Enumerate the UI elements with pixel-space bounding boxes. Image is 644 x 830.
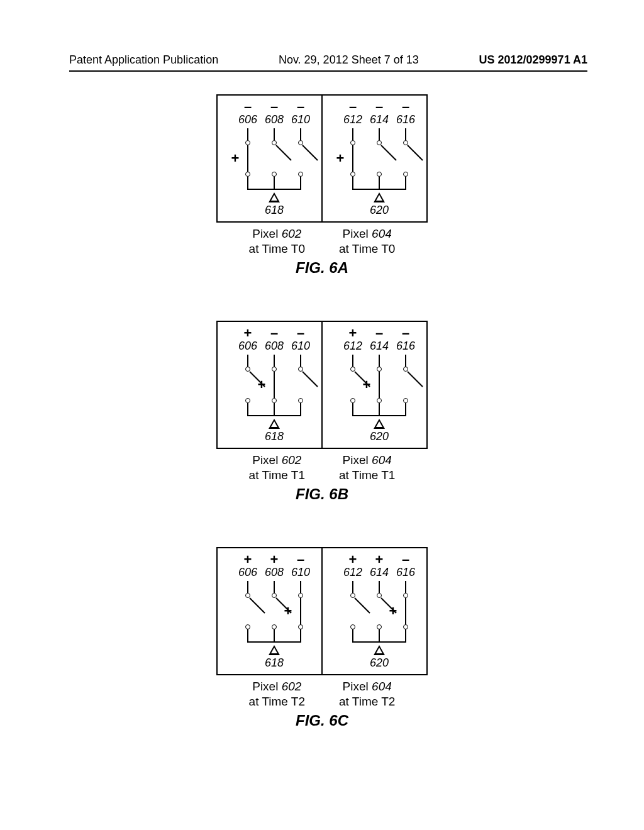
switch-terminal-bottom (377, 172, 382, 177)
caption-pixel-word: Pixel (343, 453, 369, 467)
switch-terminal-bottom (298, 172, 303, 177)
switch-arm-closed (405, 598, 406, 624)
driver-label: 620 (370, 204, 389, 217)
switch-bottom-lead (379, 403, 380, 415)
switch-lead (352, 581, 353, 593)
switch-bottom-lead (300, 629, 301, 641)
figure-label: FIG. 6A (296, 259, 348, 277)
switch-lead (379, 355, 380, 367)
common-plus-sign: + (336, 152, 345, 165)
driver-label: 620 (370, 656, 389, 670)
switch-lead (247, 128, 248, 140)
polarity-sign: – (297, 553, 304, 567)
switch-terminal-bottom (377, 624, 382, 629)
switch-bottom-lead (274, 177, 275, 189)
caption-time: at Time T1 (249, 468, 305, 482)
reference-label: 608 (265, 340, 284, 353)
switch-lead (379, 128, 380, 140)
switch-lead (405, 128, 406, 140)
switch-terminal-bottom (245, 172, 250, 177)
switch-lead (300, 581, 301, 593)
header-center: Nov. 29, 2012 Sheet 7 of 13 (279, 53, 419, 67)
switch-terminal-top (350, 140, 355, 145)
driver-icon (374, 645, 385, 655)
switch-lead (300, 355, 301, 367)
bus-bar (352, 641, 406, 643)
driver-label: 620 (370, 430, 389, 443)
figure-block: –––606608610+618–––612614616+620Pixel 60… (0, 94, 644, 277)
caption-pixel-num: 604 (372, 227, 392, 240)
switch-bottom-lead (379, 629, 380, 641)
switch-terminal-bottom (245, 624, 250, 629)
switch-terminal-bottom (377, 398, 382, 403)
right-pixel-cell: ++–612614616+620 (323, 548, 426, 674)
switch-bottom-lead (405, 177, 406, 189)
polarity-sign: – (402, 100, 409, 114)
left-pixel-cell: –––606608610+618 (218, 96, 321, 221)
polarity-sign: – (375, 100, 383, 114)
pixel-caption: Pixel 602at Time T1 (249, 453, 305, 483)
switch-arm-open (354, 597, 370, 613)
driver-icon (269, 192, 280, 202)
reference-label: 616 (396, 340, 415, 353)
caption-row: Pixel 602at Time T2Pixel 604at Time T2 (249, 679, 396, 709)
reference-label: 606 (238, 566, 257, 579)
switch-terminal-top (298, 593, 303, 598)
reference-label: 612 (343, 340, 362, 353)
caption-pixel-word: Pixel (343, 227, 369, 240)
polarity-sign: – (402, 326, 409, 340)
switch-arm-open (302, 371, 318, 387)
page-header: Patent Application Publication Nov. 29, … (69, 53, 587, 67)
caption-time: at Time T2 (339, 695, 395, 708)
caption-time: at Time T0 (249, 242, 305, 255)
figure-block: ++–606608610+618++–612614616+620Pixel 60… (0, 547, 644, 729)
reference-label: 612 (343, 566, 362, 579)
switch-bottom-lead (379, 177, 380, 189)
switch-arm-open (275, 145, 291, 160)
switch-terminal-bottom (403, 398, 408, 403)
polarity-sign: + (270, 553, 279, 567)
switch-arm-open (249, 597, 265, 613)
reference-label: 610 (291, 566, 310, 579)
switch-lead (352, 355, 353, 367)
polarity-sign: – (402, 553, 409, 567)
switch-terminal-bottom (272, 398, 277, 403)
pixel-caption: Pixel 604at Time T0 (339, 226, 395, 257)
pixel-caption: Pixel 602at Time T2 (249, 679, 305, 709)
right-pixel-cell: +––612614616+620 (323, 322, 426, 448)
switch-terminal-bottom (350, 624, 355, 629)
switch-arm-closed (274, 372, 275, 398)
polarity-sign: + (375, 553, 384, 567)
switch-lead (405, 581, 406, 593)
switch-bottom-lead (352, 629, 353, 641)
circuit-pair: –––606608610+618–––612614616+620 (216, 94, 428, 223)
caption-pixel-num: 602 (282, 680, 302, 693)
polarity-sign: – (349, 100, 357, 114)
driver-icon (374, 192, 385, 202)
header-left: Patent Application Publication (69, 53, 218, 67)
switch-lead (379, 581, 380, 593)
reference-label: 616 (396, 566, 415, 579)
figure-label: FIG. 6B (296, 485, 348, 503)
right-pixel-cell: –––612614616+620 (323, 96, 426, 221)
switch-arm-closed (352, 145, 353, 172)
switch-arm-open (407, 145, 423, 160)
switch-bottom-lead (247, 177, 248, 189)
caption-pixel-word: Pixel (252, 680, 278, 693)
bus-bar (247, 415, 301, 416)
switch-lead (274, 355, 275, 367)
driver-icon (374, 419, 385, 429)
driver-label: 618 (265, 204, 284, 217)
caption-time: at Time T1 (339, 468, 395, 482)
caption-time: at Time T0 (339, 242, 395, 255)
reference-label: 608 (265, 113, 284, 126)
caption-row: Pixel 602at Time T0Pixel 604at Time T0 (249, 226, 396, 257)
pixel-caption: Pixel 604at Time T2 (339, 679, 395, 709)
reference-label: 610 (291, 113, 310, 126)
switch-terminal-bottom (403, 172, 408, 177)
figure-block: +––606608610+618+––612614616+620Pixel 60… (0, 321, 644, 503)
reference-label: 610 (291, 340, 310, 353)
polarity-sign: – (244, 100, 252, 114)
left-pixel-cell: ++–606608610+618 (218, 548, 321, 674)
caption-pixel-word: Pixel (343, 680, 369, 693)
